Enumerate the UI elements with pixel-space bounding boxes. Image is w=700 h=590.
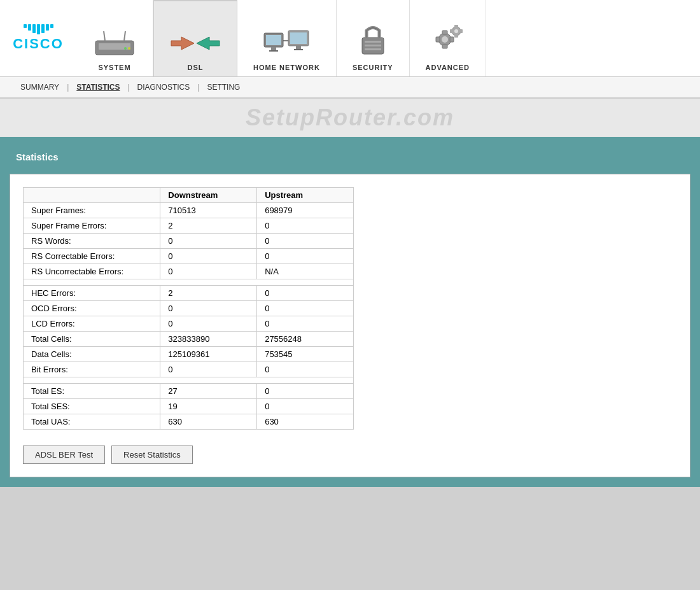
row-super-frames-label: Super Frames: xyxy=(24,203,160,218)
svg-rect-14 xyxy=(296,46,301,49)
svg-point-3 xyxy=(128,47,130,50)
row-data-cells-us: 753545 xyxy=(257,347,354,362)
table-row: Total Cells: 323833890 27556248 xyxy=(24,332,354,347)
row-lcd-errors-label: LCD Errors: xyxy=(24,316,160,332)
bar4 xyxy=(37,24,40,34)
button-row: ADSL BER Test Reset Statistics xyxy=(23,446,677,464)
svg-rect-20 xyxy=(365,48,381,50)
reset-statistics-button[interactable]: Reset Statistics xyxy=(111,446,193,464)
row-bit-errors-us: 0 xyxy=(257,362,354,377)
svg-rect-15 xyxy=(294,49,303,50)
row-total-uas-label: Total UAS: xyxy=(24,414,160,430)
bar6 xyxy=(46,24,49,31)
svg-rect-19 xyxy=(365,45,381,46)
table-row: Super Frames: 710513 698979 xyxy=(24,203,354,218)
table-row: LCD Errors: 0 0 xyxy=(24,316,354,332)
row-data-cells-label: Data Cells: xyxy=(24,347,160,362)
svg-rect-25 xyxy=(436,37,440,42)
row-hec-errors-us: 0 xyxy=(257,286,354,301)
dsl-icon xyxy=(170,27,221,60)
table-row: Bit Errors: 0 0 xyxy=(24,362,354,377)
nav-dsl-label: DSL xyxy=(188,64,204,71)
watermark-text: SetupRouter.com xyxy=(246,104,454,131)
svg-rect-30 xyxy=(454,35,458,38)
adsl-ber-test-button[interactable]: ADSL BER Test xyxy=(23,446,105,464)
sub-nav-diagnostics[interactable]: DIAGNOSTICS xyxy=(130,81,198,94)
row-super-frame-errors-ds: 2 xyxy=(160,218,257,234)
row-ocd-errors-ds: 0 xyxy=(160,301,257,316)
table-row: RS Correctable Errors: 0 0 xyxy=(24,249,354,264)
svg-marker-7 xyxy=(197,37,220,50)
row-ocd-errors-us: 0 xyxy=(257,301,354,316)
row-total-cells-label: Total Cells: xyxy=(24,332,160,347)
row-total-cells-us: 27556248 xyxy=(257,332,354,347)
table-spacer-1 xyxy=(24,279,354,286)
row-total-cells-ds: 323833890 xyxy=(160,332,257,347)
cisco-text: CISCO xyxy=(13,36,64,52)
row-data-cells-ds: 125109361 xyxy=(160,347,257,362)
bar5 xyxy=(41,24,45,33)
col-header-upstream: Upstream xyxy=(257,188,354,203)
table-row: OCD Errors: 0 0 xyxy=(24,301,354,316)
bar3 xyxy=(32,24,36,33)
svg-marker-6 xyxy=(171,37,194,50)
row-rs-correctable-ds: 0 xyxy=(160,249,257,264)
row-rs-correctable-label: RS Correctable Errors: xyxy=(24,249,160,264)
table-row: Data Cells: 125109361 753545 xyxy=(24,347,354,362)
row-total-es-us: 0 xyxy=(257,384,354,399)
row-lcd-errors-ds: 0 xyxy=(160,316,257,332)
system-icon xyxy=(92,28,137,60)
section-header: Statistics xyxy=(10,146,690,167)
svg-rect-13 xyxy=(290,32,307,44)
nav-system-label: SYSTEM xyxy=(98,64,130,71)
table-row: HEC Errors: 2 0 xyxy=(24,286,354,301)
row-hec-errors-label: HEC Errors: xyxy=(24,286,160,301)
svg-point-22 xyxy=(442,36,448,43)
svg-point-28 xyxy=(454,29,458,33)
row-lcd-errors-us: 0 xyxy=(257,316,354,332)
content-box: Downstream Upstream Super Frames: 710513… xyxy=(10,174,690,477)
row-rs-words-ds: 0 xyxy=(160,234,257,249)
row-bit-errors-label: Bit Errors: xyxy=(24,362,160,377)
cisco-bars xyxy=(24,24,53,34)
svg-line-5 xyxy=(124,31,125,41)
row-super-frames-ds: 710513 xyxy=(160,203,257,218)
logo-area: CISCO xyxy=(0,0,76,76)
nav-security[interactable]: SECURITY xyxy=(337,0,410,76)
nav-home-network[interactable]: HOME NETWORK xyxy=(237,0,337,76)
row-bit-errors-ds: 0 xyxy=(160,362,257,377)
row-ocd-errors-label: OCD Errors: xyxy=(24,301,160,316)
row-super-frame-errors-label: Super Frame Errors: xyxy=(24,218,160,234)
row-total-ses-us: 0 xyxy=(257,399,354,414)
svg-rect-32 xyxy=(460,29,463,33)
nav-advanced-label: ADVANCED xyxy=(426,64,470,71)
row-total-ses-ds: 19 xyxy=(160,399,257,414)
nav-system[interactable]: SYSTEM xyxy=(76,0,153,76)
table-row: Super Frame Errors: 2 0 xyxy=(24,218,354,234)
row-total-es-ds: 27 xyxy=(160,384,257,399)
row-total-uas-us: 630 xyxy=(257,414,354,430)
col-header-label xyxy=(24,188,160,203)
table-row: RS Uncorrectable Errors: 0 N/A xyxy=(24,264,354,279)
table-row: Total SES: 19 0 xyxy=(24,399,354,414)
main-content: Statistics Downstream Upstream Super Fra… xyxy=(0,137,700,487)
top-nav: CISCO SYSTEM xyxy=(0,0,700,76)
table-spacer-2 xyxy=(24,377,354,384)
row-rs-uncorrectable-label: RS Uncorrectable Errors: xyxy=(24,264,160,279)
nav-dsl[interactable]: DSL xyxy=(153,0,237,76)
advanced-icon xyxy=(427,22,468,60)
sub-nav-statistics[interactable]: STATISTICS xyxy=(69,81,127,94)
header: CISCO SYSTEM xyxy=(0,0,700,99)
sub-nav-summary[interactable]: SUMMARY xyxy=(13,81,67,94)
sub-nav-setting[interactable]: SETTING xyxy=(199,81,248,94)
svg-point-2 xyxy=(124,47,127,50)
svg-rect-26 xyxy=(450,37,454,42)
row-super-frames-us: 698979 xyxy=(257,203,354,218)
bar1 xyxy=(24,24,27,28)
table-row: Total UAS: 630 630 xyxy=(24,414,354,430)
row-total-ses-label: Total SES: xyxy=(24,399,160,414)
watermark-area: SetupRouter.com xyxy=(0,99,700,137)
section-title: Statistics xyxy=(16,151,59,162)
statistics-table: Downstream Upstream Super Frames: 710513… xyxy=(23,187,354,430)
nav-advanced[interactable]: ADVANCED xyxy=(410,0,487,76)
